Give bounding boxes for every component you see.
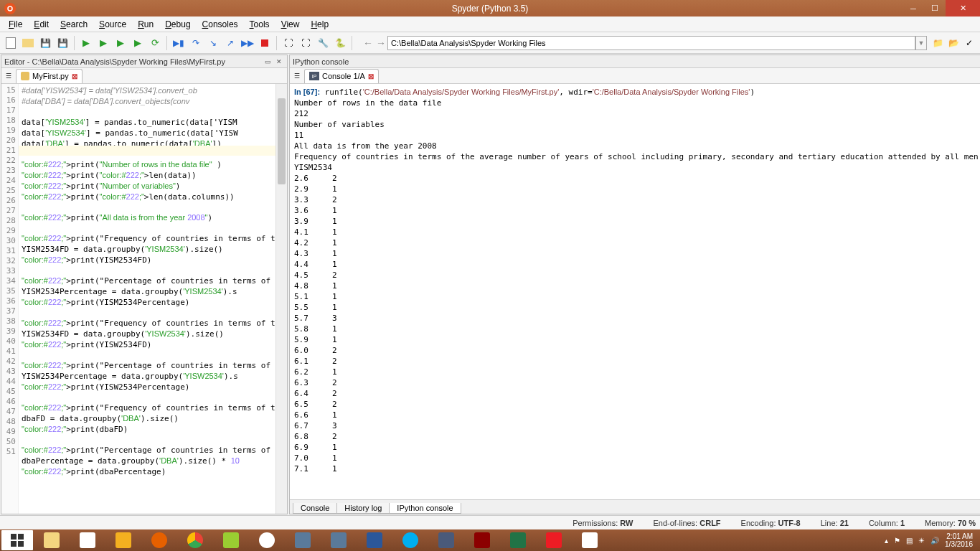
menu-run[interactable]: Run	[132, 19, 159, 29]
bottom-tab-ipython-console[interactable]: IPython console	[389, 503, 461, 514]
spyder-taskbar[interactable]	[465, 530, 499, 550]
ubuntu-icon	[4, 3, 16, 14]
window-titlebar: Spyder (Python 3.5) ─ ☐ ✕	[0, 0, 980, 17]
save-all-button[interactable]: 💾	[55, 35, 70, 51]
parent-dir-button[interactable]: 📂	[946, 35, 961, 51]
tray-up-icon[interactable]: ▴	[885, 537, 888, 545]
tab-close-icon[interactable]: ⊠	[368, 72, 374, 80]
svg-rect-1	[11, 534, 17, 540]
panel-close-button[interactable]: ✕	[274, 57, 284, 67]
step-over-button[interactable]: ↷	[188, 35, 204, 51]
maximize-button[interactable]: ☐	[924, 0, 946, 17]
app-taskbar-1[interactable]	[70, 530, 105, 550]
notepad-taskbar[interactable]	[214, 530, 248, 550]
taskbar-clock[interactable]: 2:01 AM 1/3/2016	[945, 532, 973, 548]
open-file-button[interactable]	[20, 35, 36, 51]
menu-file[interactable]: File	[3, 19, 28, 29]
run-button[interactable]: ▶	[78, 35, 94, 51]
close-button[interactable]: ✕	[946, 0, 980, 17]
main-toolbar: 💾 💾 ▶ ▶ ▶ ▶ ⟳ ▶▮ ↷ ↘ ↗ ▶▶ ⛶ ⛶ 🔧 🐍 ← → ▼ …	[0, 32, 980, 54]
rerun-button[interactable]: ⟳	[147, 35, 163, 51]
windows-taskbar: ▴ ⚑ ▤ ☀ 🔊 2:01 AM 1/3/2016	[0, 529, 980, 551]
python-file-icon	[21, 72, 29, 80]
status-bar: Permissions: RW End-of-lines: CRLF Encod…	[0, 515, 980, 529]
app-taskbar-3[interactable]	[321, 530, 356, 550]
skype-taskbar[interactable]	[393, 530, 428, 550]
maximize-pane-button[interactable]: ⛶	[281, 35, 296, 51]
start-button[interactable]	[1, 530, 33, 550]
console-bottom-tabs: ConsoleHistory logIPython console	[290, 499, 980, 514]
chrome-taskbar[interactable]	[178, 530, 212, 550]
tray-volume-icon[interactable]: 🔊	[930, 537, 939, 545]
menu-source[interactable]: Source	[93, 19, 132, 29]
ipython-icon: IP	[309, 72, 319, 80]
tray-battery-icon[interactable]: ☀	[918, 537, 925, 545]
window-title: Spyder (Python 3.5)	[452, 4, 529, 14]
continue-button[interactable]: ▶▶	[240, 35, 255, 51]
console-tab-label: Console 1/A	[322, 72, 365, 80]
preferences-button[interactable]: 🔧	[315, 35, 331, 51]
line-number-gutter: 15 16 17 18 19 20 21 22 23 24 25 26 27 2…	[1, 84, 19, 514]
app-taskbar-4[interactable]	[429, 530, 463, 550]
svg-rect-4	[18, 541, 24, 547]
svg-rect-2	[18, 534, 24, 540]
file-explorer-taskbar[interactable]	[34, 530, 69, 550]
tab-list-button[interactable]: ☰	[291, 70, 303, 82]
bottom-tab-console[interactable]: Console	[293, 503, 337, 514]
console-panel: IPython console ▭ ✕ ☰ IP Console 1/A ⊠ ⚙…	[289, 55, 980, 514]
tab-list-button[interactable]: ☰	[3, 70, 14, 82]
ipython-console[interactable]: In [67]: runfile('C:/Bella/Data Analysis…	[290, 84, 980, 499]
menu-help[interactable]: Help	[305, 19, 334, 29]
svg-rect-3	[11, 541, 17, 547]
python-path-button[interactable]: 🐍	[332, 35, 348, 51]
system-tray[interactable]: ▴ ⚑ ▤ ☀ 🔊 2:01 AM 1/3/2016	[885, 532, 979, 548]
minimize-button[interactable]: ─	[903, 0, 924, 17]
forward-button[interactable]: →	[374, 37, 387, 49]
editor-scrollbar[interactable]	[275, 84, 287, 514]
editor-tab-label: MyFirst.py	[32, 72, 69, 80]
menu-tools[interactable]: Tools	[244, 19, 275, 29]
editor-panel: Editor - C:\Bella\Data Analysis\Spyder W…	[1, 55, 288, 514]
excel-taskbar[interactable]	[501, 530, 535, 550]
menu-debug[interactable]: Debug	[159, 19, 196, 29]
run-cell-button[interactable]: ▶	[95, 35, 111, 51]
editor-panel-title: Editor - C:\Bella\Data Analysis\Spyder W…	[4, 57, 225, 66]
run-cell-advance-button[interactable]: ▶	[113, 35, 128, 51]
bottom-tab-history-log[interactable]: History log	[336, 503, 390, 514]
word-taskbar[interactable]	[357, 530, 392, 550]
run-selection-button[interactable]: ▶	[130, 35, 146, 51]
save-button[interactable]: 💾	[37, 35, 53, 51]
tray-network-icon[interactable]: ▤	[906, 537, 913, 545]
talk-taskbar[interactable]	[250, 530, 284, 550]
menu-consoles[interactable]: Consoles	[197, 19, 244, 29]
acrobat-taskbar[interactable]	[537, 530, 571, 550]
firefox-taskbar[interactable]	[142, 530, 176, 550]
path-dropdown-button[interactable]: ▼	[915, 36, 927, 50]
set-dir-button[interactable]: ✓	[961, 35, 977, 51]
fullscreen-button[interactable]: ⛶	[298, 35, 314, 51]
step-out-button[interactable]: ↗	[222, 35, 238, 51]
tab-close-icon[interactable]: ⊠	[72, 72, 77, 80]
paint-taskbar[interactable]	[573, 530, 607, 550]
browse-dir-button[interactable]: 📁	[930, 35, 946, 51]
panel-undock-button[interactable]: ▭	[263, 57, 273, 67]
menu-view[interactable]: View	[275, 19, 306, 29]
editor-tab[interactable]: MyFirst.py ⊠	[16, 69, 83, 83]
step-into-button[interactable]: ↘	[205, 35, 221, 51]
working-dir-input[interactable]	[387, 36, 915, 50]
console-tab[interactable]: IP Console 1/A ⊠	[304, 69, 379, 83]
code-editor[interactable]: #data['YISW2534'] = data['YISW2534'].con…	[19, 84, 275, 514]
stop-debug-button[interactable]	[257, 35, 273, 51]
back-button[interactable]: ←	[362, 37, 374, 49]
menu-edit[interactable]: Edit	[28, 19, 55, 29]
outlook-taskbar[interactable]	[106, 530, 141, 550]
console-panel-title: IPython console	[293, 57, 349, 66]
menu-search[interactable]: Search	[55, 19, 93, 29]
debug-button[interactable]: ▶▮	[171, 35, 187, 51]
new-file-button[interactable]	[3, 35, 19, 51]
svg-point-0	[8, 6, 12, 11]
tray-flag-icon[interactable]: ⚑	[894, 537, 900, 545]
app-taskbar-2[interactable]	[286, 530, 320, 550]
menu-bar: FileEditSearchSourceRunDebugConsolesTool…	[0, 17, 980, 32]
